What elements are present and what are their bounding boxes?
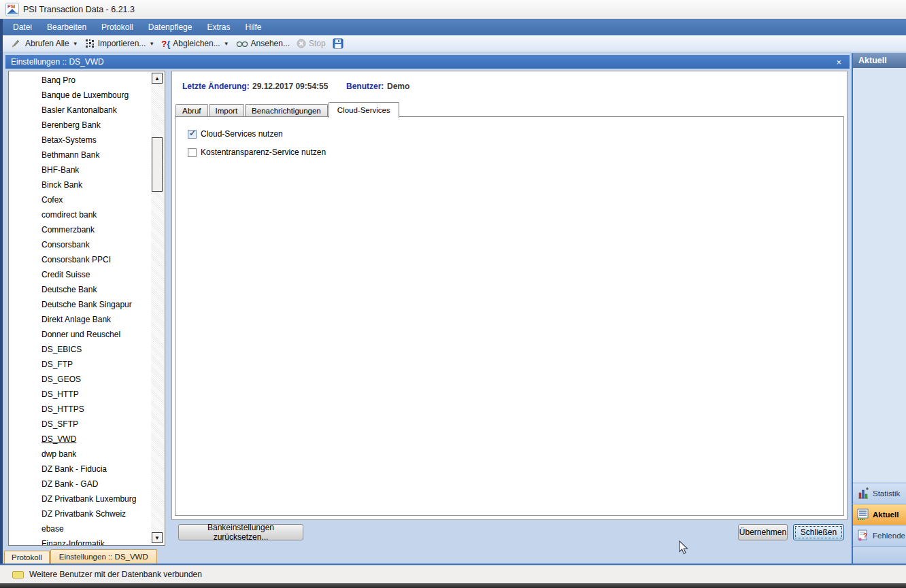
bank-list-item[interactable]: Betax-Systems: [9, 133, 150, 148]
settings-tabstrip: AbrufImportBenachrichtigungenCloud-Servi…: [175, 99, 400, 117]
bank-list-item[interactable]: DS_GEOS: [9, 372, 150, 387]
dropdown-arrow-icon[interactable]: ▼: [224, 41, 229, 47]
reset-bank-settings-button[interactable]: Bankeinstellungen zurücksetzen...: [178, 524, 303, 540]
cost-transparency-label: Kostentransparenz-Service nutzen: [201, 148, 326, 157]
fetch-all-button[interactable]: Abrufen Alle ▼: [8, 37, 82, 50]
bank-list-item[interactable]: Cofex: [9, 192, 150, 207]
import-button[interactable]: Importieren... ▼: [82, 37, 158, 50]
title-bar: PSI PSI Transaction Data - 6.21.3: [0, 0, 906, 19]
status-bar: Weitere Benutzer mit der Datenbank verbu…: [0, 565, 906, 583]
bank-list-panel: Banq ProBanque de LuxembourgBasler Kanto…: [8, 71, 165, 546]
bank-list-item[interactable]: ebase: [9, 521, 150, 536]
import-grid-icon: [85, 39, 95, 48]
bank-list-item[interactable]: Consorsbank PPCI: [9, 252, 150, 267]
menu-item[interactable]: Bearbeiten: [39, 20, 94, 35]
fetch-all-label: Abrufen Alle: [25, 39, 69, 48]
svg-text:?: ?: [863, 532, 867, 540]
use-cloud-services-checkbox[interactable]: [188, 130, 197, 139]
reconcile-button[interactable]: ?{ Abgleichen... ▼: [158, 37, 232, 50]
apply-button[interactable]: Übernehmen: [738, 524, 788, 540]
menu-item[interactable]: Hilfe: [237, 20, 269, 35]
view-label: Ansehen...: [251, 39, 290, 48]
sidebar-item-label: Fehlende: [873, 532, 905, 540]
bank-list-item[interactable]: Commerzbank: [9, 222, 150, 237]
bank-list-item[interactable]: DS_VWD: [9, 432, 150, 447]
bank-list-item[interactable]: DZ Privatbank Luxemburg: [9, 491, 150, 506]
bank-list-item[interactable]: comdirect bank: [9, 207, 150, 222]
menu-item[interactable]: Extras: [199, 20, 237, 35]
bank-list-item[interactable]: DZ Privatbank Schweiz: [9, 506, 150, 521]
bank-list-item[interactable]: Banque de Luxembourg: [9, 88, 150, 103]
bank-list-item[interactable]: Berenberg Bank: [9, 118, 150, 133]
document-tab[interactable]: Protokoll: [4, 551, 50, 564]
settings-panel-title: Einstellungen :: DS_VWD: [11, 57, 104, 67]
cost-transparency-checkbox[interactable]: [188, 148, 197, 157]
menu-bar: DateiBearbeitenProtokollDatenpflegeExtra…: [3, 19, 906, 35]
bank-list-item[interactable]: DS_EBICS: [9, 342, 150, 357]
settings-tab[interactable]: Abruf: [175, 104, 208, 117]
sidebar-item-aktuell[interactable]: Aktuell: [853, 504, 906, 525]
sidebar-filler: [853, 546, 906, 564]
bank-list-item[interactable]: dwp bank: [9, 447, 150, 462]
statistics-chart-icon: [857, 487, 869, 500]
bank-list-item[interactable]: DS_HTTP: [9, 387, 150, 402]
bank-list-item[interactable]: Consorsbank: [9, 237, 150, 252]
settings-tab[interactable]: Benachrichtigungen: [245, 104, 328, 117]
scroll-down-icon[interactable]: ▼: [152, 532, 163, 543]
settings-tab[interactable]: Cloud-Services: [329, 102, 399, 118]
sidebar-header: Aktuell: [853, 53, 906, 68]
bank-list-item[interactable]: Deutsche Bank: [9, 282, 150, 297]
application-window: PSI PSI Transaction Data - 6.21.3 DateiB…: [0, 0, 906, 588]
close-button[interactable]: Schließen: [793, 524, 844, 540]
bank-list-item[interactable]: DS_HTTPS: [9, 402, 150, 417]
stop-label: Stop: [309, 39, 326, 48]
scroll-up-icon[interactable]: ▲: [152, 73, 163, 84]
bank-list-item[interactable]: DZ Bank - GAD: [9, 477, 150, 491]
menu-item[interactable]: Datenpflege: [141, 20, 200, 35]
cost-transparency-row: Kostentransparenz-Service nutzen: [188, 148, 326, 157]
sidebar-item-statistik[interactable]: Statistik: [853, 483, 906, 504]
bank-list-item[interactable]: Binck Bank: [9, 177, 150, 192]
reconcile-label: Abgleichen...: [173, 39, 220, 48]
bank-list-item[interactable]: Credit Suisse: [9, 267, 150, 282]
dropdown-arrow-icon[interactable]: ▼: [73, 41, 78, 47]
window-frame-left: [0, 19, 3, 583]
bank-list-item[interactable]: Donner und Reuschel: [9, 327, 150, 342]
user-label: Benutzer:: [346, 82, 384, 91]
fetch-lightning-icon: [12, 39, 22, 48]
bank-list-item[interactable]: Direkt Anlage Bank: [9, 312, 150, 327]
bank-list-item[interactable]: Banq Pro: [9, 73, 150, 88]
toolbar: Abrufen Alle ▼ Importieren... ▼ ?{ Abgle…: [3, 35, 906, 52]
stop-button: Stop: [293, 37, 329, 50]
psi-app-icon: PSI: [5, 3, 19, 16]
dropdown-arrow-icon[interactable]: ▼: [149, 41, 154, 47]
menu-item[interactable]: Protokoll: [94, 20, 141, 35]
bank-list-item[interactable]: Basler Kantonalbank: [9, 103, 150, 118]
bank-list-item[interactable]: Deutsche Bank Singapur: [9, 297, 150, 312]
settings-tab[interactable]: Import: [209, 104, 245, 117]
close-icon[interactable]: ×: [833, 57, 844, 67]
settings-content-panel: Letzte Änderung: 29.12.2017 09:54:55 Ben…: [171, 71, 848, 520]
current-list-icon: [857, 508, 869, 521]
sidebar-item-label: Aktuell: [873, 511, 899, 519]
bank-list-scrollbar[interactable]: ▲ ▼: [151, 72, 164, 544]
reconcile-icon: ?{: [161, 39, 170, 49]
glasses-icon: [236, 39, 248, 48]
use-cloud-services-label: Cloud-Services nutzen: [201, 129, 283, 139]
scrollbar-thumb[interactable]: [152, 137, 163, 192]
bank-list-item[interactable]: DS_SFTP: [9, 417, 150, 432]
sidebar-item-label: Statistik: [873, 489, 900, 498]
menu-item[interactable]: Datei: [5, 20, 39, 35]
bank-list-item[interactable]: BHF-Bank: [9, 162, 150, 177]
bank-list-item[interactable]: DS_FTP: [9, 357, 150, 372]
document-tab[interactable]: Einstellungen :: DS_VWD: [50, 549, 157, 564]
save-button[interactable]: [329, 37, 347, 50]
bank-list-item[interactable]: Finanz-Informatik: [9, 536, 150, 546]
view-button[interactable]: Ansehen...: [233, 37, 293, 50]
bank-list-item[interactable]: Bethmann Bank: [9, 148, 150, 162]
sidebar-item-fehlende[interactable]: ? Fehlende: [853, 525, 906, 546]
save-disk-icon: [333, 38, 343, 49]
document-tabstrip: ProtokollEinstellungen :: DS_VWD: [4, 547, 157, 564]
bank-list-item[interactable]: DZ Bank - Fiducia: [9, 462, 150, 477]
settings-panel-header: Einstellungen :: DS_VWD ×: [5, 55, 850, 69]
